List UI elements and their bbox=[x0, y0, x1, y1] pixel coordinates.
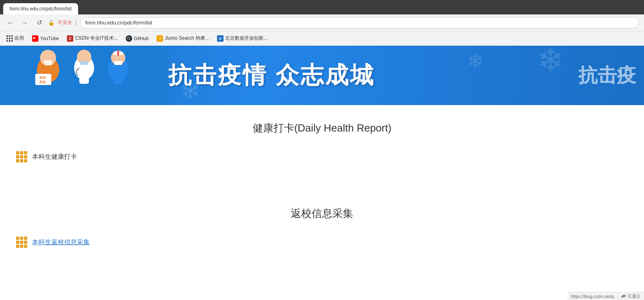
health-report-link[interactable]: 本科生健康打卡 bbox=[32, 153, 77, 161]
apps-icon bbox=[6, 35, 13, 42]
cloud-icon bbox=[621, 294, 626, 299]
bookmark-beijing-label: 北京数据开放创新... bbox=[225, 35, 268, 42]
return-school-title: 返校信息采集 bbox=[16, 207, 628, 221]
svg-text:加油: 加油 bbox=[39, 76, 46, 79]
beijing-icon: D bbox=[217, 35, 223, 42]
cloud-brand: 亿速云 bbox=[621, 293, 641, 299]
active-tab[interactable]: form.hhu.edu.cn/pdc/form/list bbox=[3, 3, 78, 14]
bookmarks-bar: 应用 YouTube C CSDN-专业IT技术... ⌬ GitHub J J… bbox=[0, 31, 644, 46]
tab-bar: form.hhu.edu.cn/pdc/form/list bbox=[0, 0, 644, 14]
banner-main-text: 抗击疫情 众志成城 bbox=[168, 60, 375, 91]
page-content: 健康打卡(Daily Health Report) 本科生健康打卡 返校信息采集… bbox=[0, 105, 644, 300]
return-school-icon bbox=[16, 237, 27, 248]
return-school-link[interactable]: 本科生返校信息采集 bbox=[32, 238, 90, 247]
forward-button[interactable]: → bbox=[19, 17, 30, 28]
svg-rect-11 bbox=[80, 61, 88, 65]
bookmark-beijing[interactable]: D 北京数据开放创新... bbox=[214, 33, 271, 43]
reload-button[interactable]: ↺ bbox=[34, 17, 45, 28]
section-spacer bbox=[16, 166, 628, 199]
github-icon: ⌬ bbox=[126, 35, 132, 42]
banner: ❄ ❄ ❄ 加油 加油 抗击疫情 众志成城 抗击疫 bbox=[0, 46, 644, 105]
csdn-icon: C bbox=[67, 35, 73, 42]
bookmark-github[interactable]: ⌬ GitHub bbox=[123, 34, 152, 43]
cloud-label: 亿速云 bbox=[628, 293, 641, 299]
health-report-item: 本科生健康打卡 bbox=[16, 147, 628, 166]
svg-rect-17 bbox=[117, 51, 119, 56]
bookmark-youtube-label: YouTube bbox=[40, 36, 59, 41]
svg-text:加油: 加油 bbox=[39, 80, 46, 84]
health-report-title: 健康打卡(Daily Health Report) bbox=[16, 121, 628, 135]
return-school-item: 本科生返校信息采集 bbox=[16, 233, 628, 252]
bookmark-jiumo[interactable]: J Jiumo Search 鸠摩... bbox=[153, 33, 212, 43]
bookmark-jiumo-label: Jiumo Search 鸠摩... bbox=[165, 35, 209, 42]
youtube-icon bbox=[32, 35, 38, 42]
security-indicator: 🔓 bbox=[48, 20, 54, 26]
bookmark-apps-label: 应用 bbox=[14, 35, 24, 42]
status-url: https://blog.csdn.net/p... bbox=[571, 294, 618, 299]
svg-rect-15 bbox=[114, 61, 122, 65]
jiumo-icon: J bbox=[157, 35, 163, 42]
security-label: 不安全 bbox=[58, 19, 72, 26]
tab-label: form.hhu.edu.cn/pdc/form/list bbox=[10, 6, 72, 12]
address-input[interactable] bbox=[80, 17, 639, 28]
svg-rect-10 bbox=[79, 64, 89, 84]
banner-right-text: 抗击疫 bbox=[578, 63, 644, 88]
health-report-icon bbox=[16, 151, 27, 162]
svg-rect-14 bbox=[113, 65, 123, 84]
back-button[interactable]: ← bbox=[5, 17, 16, 28]
bookmark-youtube[interactable]: YouTube bbox=[29, 34, 62, 43]
bookmark-apps[interactable]: 应用 bbox=[3, 33, 27, 43]
bookmark-csdn-label: CSDN-专业IT技术... bbox=[75, 35, 118, 42]
banner-illustration: 加油 加油 bbox=[0, 46, 168, 105]
separator: | bbox=[75, 20, 77, 26]
bookmark-csdn[interactable]: C CSDN-专业IT技术... bbox=[64, 33, 121, 43]
svg-rect-4 bbox=[44, 60, 52, 65]
address-bar: ← → ↺ 🔓 不安全 | bbox=[0, 14, 644, 31]
snowflake-decor-2: ❄ bbox=[467, 50, 484, 73]
bookmark-github-label: GitHub bbox=[134, 36, 149, 41]
snowflake-decor-1: ❄ bbox=[537, 46, 564, 79]
status-bar: https://blog.csdn.net/p... 亿速云 bbox=[568, 292, 644, 300]
